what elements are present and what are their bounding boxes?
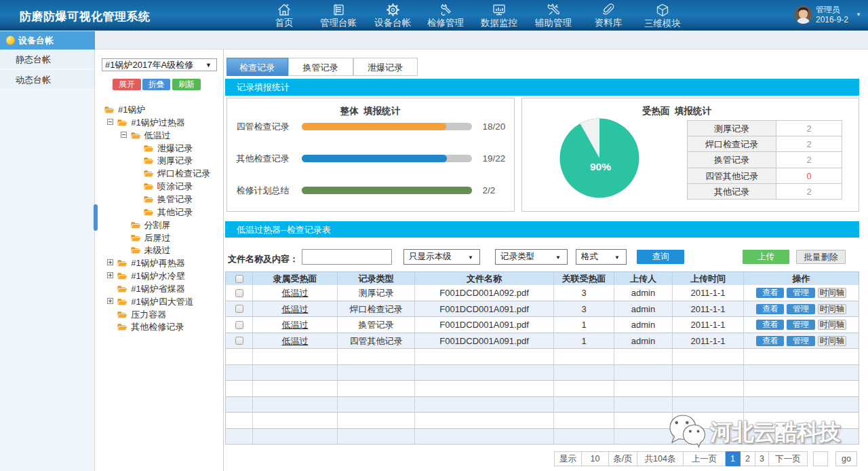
svg-text:90%: 90% [590, 161, 611, 172]
